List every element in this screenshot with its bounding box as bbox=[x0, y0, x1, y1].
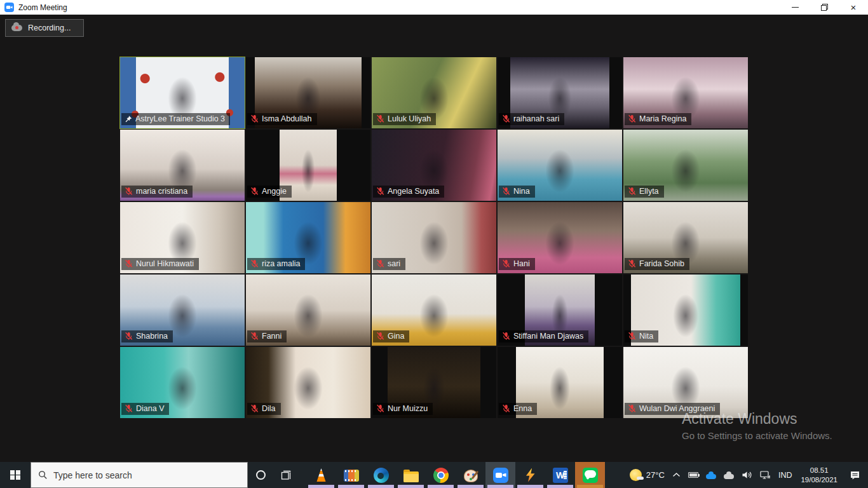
running-indicator bbox=[487, 485, 513, 488]
cloud-sync-status[interactable] bbox=[720, 462, 738, 488]
participant-grid: AstryLee Trainer Studio 3 Isma Abdullah bbox=[120, 57, 748, 418]
search-input[interactable] bbox=[53, 470, 231, 480]
mic-muted-icon bbox=[502, 259, 510, 268]
participant-name: Dila bbox=[262, 404, 276, 413]
participant-tile[interactable]: Fanni bbox=[246, 274, 370, 346]
participant-nametag: Gina bbox=[373, 330, 409, 342]
participant-tile[interactable]: Wulan Dwi Anggraeni bbox=[623, 347, 748, 418]
network-button[interactable] bbox=[756, 462, 775, 488]
participant-tile[interactable]: Anggie bbox=[246, 130, 370, 201]
participant-tile[interactable]: Maria Regina bbox=[623, 57, 748, 128]
participant-name: Fanni bbox=[262, 332, 281, 341]
participant-nametag: Maria Regina bbox=[625, 113, 691, 125]
participant-nametag: Luluk Uliyah bbox=[373, 113, 436, 125]
taskbar-app-edge-browser[interactable] bbox=[366, 462, 396, 488]
participant-tile[interactable]: AstryLee Trainer Studio 3 bbox=[120, 57, 245, 128]
participant-name: Isma Abdullah bbox=[262, 114, 312, 123]
participant-tile[interactable]: Diana V bbox=[120, 347, 245, 418]
task-view-icon bbox=[280, 470, 292, 481]
taskbar-app-word[interactable]: W bbox=[545, 462, 575, 488]
onedrive-status[interactable] bbox=[702, 462, 720, 488]
participant-tile[interactable]: Luluk Uliyah bbox=[372, 57, 496, 128]
windows-logo-icon bbox=[10, 470, 20, 480]
participant-name: maria cristiana bbox=[136, 187, 187, 196]
clock[interactable]: 08.51 19/08/2021 bbox=[796, 466, 843, 485]
taskbar-app-file-explorer[interactable] bbox=[396, 462, 426, 488]
chevron-up-icon bbox=[672, 472, 681, 478]
participant-tile[interactable]: Farida Sohib bbox=[623, 202, 748, 273]
recording-indicator[interactable]: Recording... bbox=[5, 19, 84, 37]
taskbar-search[interactable] bbox=[31, 462, 248, 488]
minimize-button[interactable] bbox=[780, 0, 810, 15]
participant-nametag: Nina bbox=[499, 186, 535, 198]
participant-nametag: Nurul Hikmawati bbox=[121, 258, 199, 270]
participant-tile[interactable]: Isma Abdullah bbox=[246, 57, 370, 128]
taskbar-app-movie-editor[interactable] bbox=[336, 462, 366, 488]
participant-tile[interactable]: Hani bbox=[498, 202, 622, 273]
participant-tile[interactable]: Enna bbox=[498, 347, 622, 418]
participant-tile[interactable]: Shabrina bbox=[120, 274, 245, 346]
participant-tile[interactable]: maria cristiana bbox=[120, 130, 245, 201]
mic-muted-icon bbox=[376, 332, 384, 341]
participant-name: Farida Sohib bbox=[639, 259, 684, 268]
participant-tile[interactable]: Angela Suyata bbox=[372, 130, 496, 201]
participant-tile[interactable]: Nita bbox=[623, 274, 748, 346]
volume-button[interactable] bbox=[738, 462, 756, 488]
restore-icon bbox=[820, 3, 829, 11]
participant-tile[interactable]: Nina bbox=[498, 130, 622, 201]
participant-tile[interactable]: Nurul Hikmawati bbox=[120, 202, 245, 273]
taskbar-app-jetaudio-player[interactable] bbox=[515, 462, 545, 488]
participant-name: Nur Muizzu bbox=[388, 404, 428, 413]
paint-3d-icon bbox=[464, 470, 478, 482]
participant-tile[interactable]: Dila bbox=[246, 347, 370, 418]
edge-browser-icon bbox=[374, 468, 389, 483]
running-indicator bbox=[308, 485, 334, 488]
close-button[interactable]: × bbox=[839, 0, 868, 15]
start-button[interactable] bbox=[0, 462, 31, 488]
zoom-app-icon bbox=[4, 3, 14, 12]
taskbar-app-zoom[interactable] bbox=[485, 462, 515, 488]
participant-name: riza amalia bbox=[262, 259, 300, 268]
participant-tile[interactable]: sari bbox=[372, 202, 496, 273]
taskbar-app-paint-3d[interactable] bbox=[456, 462, 485, 488]
task-view-button[interactable] bbox=[273, 462, 299, 488]
mic-muted-icon bbox=[250, 404, 259, 413]
participant-nametag: Dila bbox=[247, 403, 281, 415]
clock-date: 19/08/2021 bbox=[801, 475, 837, 485]
participant-name: Maria Regina bbox=[639, 114, 686, 123]
running-indicator bbox=[547, 485, 573, 488]
taskbar-app-vlc-media-player[interactable] bbox=[306, 462, 336, 488]
taskbar-app-chrome-browser[interactable] bbox=[426, 462, 456, 488]
participant-tile[interactable]: Nur Muizzu bbox=[372, 347, 496, 418]
restore-button[interactable] bbox=[810, 0, 839, 15]
chrome-browser-icon bbox=[433, 468, 449, 483]
line-messenger-icon bbox=[583, 468, 598, 483]
participant-name: Anggie bbox=[262, 187, 287, 196]
participant-nametag: Farida Sohib bbox=[625, 258, 689, 270]
temperature: 27°C bbox=[646, 470, 665, 480]
participant-nametag: Wulan Dwi Anggraeni bbox=[625, 403, 720, 415]
mic-muted-icon bbox=[628, 332, 636, 341]
action-center-button[interactable] bbox=[843, 462, 867, 488]
participant-nametag: Diana V bbox=[121, 403, 169, 415]
tray-overflow-button[interactable] bbox=[668, 462, 684, 488]
battery-status[interactable] bbox=[684, 462, 702, 488]
mic-muted-icon bbox=[376, 404, 384, 413]
participant-tile[interactable]: Ellyta bbox=[623, 130, 748, 201]
pin-icon bbox=[125, 115, 132, 123]
window-titlebar: Zoom Meeting × bbox=[0, 0, 868, 15]
language-indicator[interactable]: IND bbox=[775, 462, 796, 488]
cortana-button[interactable] bbox=[248, 462, 273, 488]
participant-tile[interactable]: Gina bbox=[372, 274, 496, 346]
participant-name: raihanah sari bbox=[513, 114, 559, 123]
participant-tile[interactable]: Stiffani Man Djawas bbox=[498, 274, 622, 346]
network-icon bbox=[760, 470, 771, 480]
taskbar-app-line-messenger[interactable] bbox=[575, 462, 605, 488]
participant-nametag: Fanni bbox=[247, 330, 287, 342]
participant-tile[interactable]: raihanah sari bbox=[498, 57, 622, 128]
weather-widget[interactable]: 27°C bbox=[626, 462, 668, 488]
participant-tile[interactable]: riza amalia bbox=[246, 202, 370, 273]
participant-nametag: Nita bbox=[625, 330, 658, 342]
running-indicator bbox=[428, 485, 454, 488]
word-icon: W bbox=[553, 468, 568, 483]
